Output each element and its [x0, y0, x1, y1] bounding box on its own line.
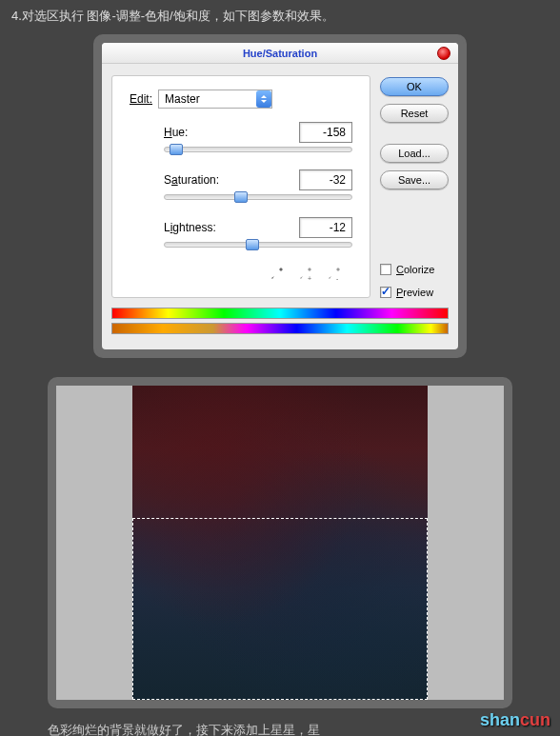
colorize-label: Colorize [396, 264, 434, 275]
saturation-slider[interactable] [164, 194, 352, 200]
saturation-input[interactable]: -32 [299, 169, 352, 190]
hue-slider[interactable] [164, 147, 352, 152]
preview-checkbox[interactable] [380, 287, 391, 298]
spectrum-source [111, 308, 449, 319]
instruction-bottom: 色彩绚烂的背景就做好了，接下来添加上星星，星 [0, 708, 560, 736]
controls-panel: Edit: Master Hue: -158 Saturation: -32 [111, 75, 370, 298]
result-frame [48, 377, 512, 708]
instruction-top: 4.对选区执行 图像-调整-色相/饱和度，如下图参数和效果。 [0, 0, 560, 32]
edit-select-value: Master [165, 92, 200, 106]
preview-label: Preview [396, 287, 433, 298]
save-button[interactable]: Save... [380, 170, 449, 189]
hue-saturation-dialog: Hue/Saturation Edit: Master Hue: -158 [102, 43, 458, 349]
colorize-checkbox[interactable] [380, 264, 391, 275]
dialog-title: Hue/Saturation [243, 48, 317, 59]
reset-button[interactable]: Reset [380, 104, 449, 123]
ok-button[interactable]: OK [380, 77, 449, 96]
hue-label: Hue: [164, 126, 188, 139]
eyedropper-plus-icon[interactable]: + [295, 265, 314, 284]
buttons-panel: OK Reset Load... Save... Colorize Previe… [380, 75, 449, 298]
lightness-input[interactable]: -12 [299, 217, 352, 238]
dialog-frame: Hue/Saturation Edit: Master Hue: -158 [93, 34, 467, 358]
edit-select[interactable]: Master [158, 90, 272, 109]
spectrum-bars [102, 308, 458, 349]
close-icon[interactable] [437, 47, 450, 60]
selection-marquee [132, 518, 428, 700]
svg-text:-: - [336, 275, 339, 282]
lightness-label: Lightness: [164, 221, 216, 234]
saturation-label: Saturation: [164, 173, 219, 187]
eyedropper-icon[interactable] [267, 265, 286, 284]
svg-text:+: + [308, 275, 311, 282]
result-canvas [132, 386, 428, 700]
hue-slider-thumb[interactable] [170, 144, 183, 155]
titlebar: Hue/Saturation [102, 43, 458, 64]
load-button[interactable]: Load... [380, 144, 449, 163]
edit-label: Edit: [130, 92, 152, 106]
eyedropper-minus-icon[interactable]: - [324, 265, 343, 284]
lightness-slider-thumb[interactable] [246, 239, 259, 250]
chevron-updown-icon [256, 90, 271, 108]
saturation-slider-thumb[interactable] [234, 191, 248, 203]
lightness-slider[interactable] [164, 242, 352, 248]
result-canvas-bg [56, 386, 504, 700]
hue-input[interactable]: -158 [299, 122, 352, 143]
watermark: shancun [480, 710, 550, 730]
spectrum-result [111, 323, 449, 334]
